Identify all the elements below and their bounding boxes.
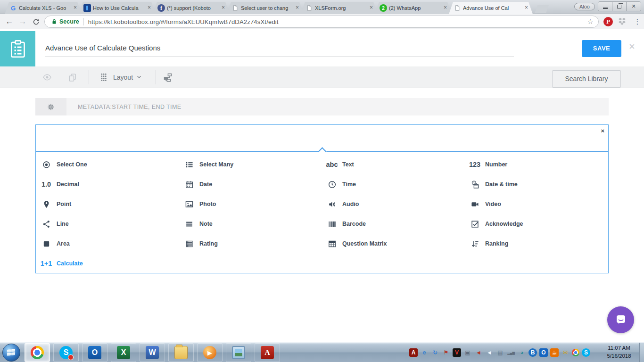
- question-type-barcode[interactable]: Barcode: [322, 214, 464, 234]
- tab-close-icon[interactable]: ×: [368, 5, 375, 12]
- save-button[interactable]: SAVE: [582, 40, 621, 57]
- dropbox-extension-icon[interactable]: [618, 17, 627, 27]
- chrome-menu-icon[interactable]: ⋮: [633, 14, 642, 29]
- url-text[interactable]: https://kf.kobotoolbox.org/#/forms/aXEUU…: [88, 18, 279, 25]
- question-type-time[interactable]: Time: [322, 174, 464, 194]
- skype-taskbar-button[interactable]: S: [53, 343, 79, 362]
- back-button[interactable]: ←: [3, 14, 16, 29]
- preview-button[interactable]: [40, 66, 55, 88]
- new-tab-button[interactable]: [535, 5, 549, 13]
- tab-title: Select user to chang: [241, 5, 292, 11]
- question-type-rating[interactable]: Rating: [179, 234, 322, 254]
- action-center-flag-icon[interactable]: ⚑: [442, 348, 450, 357]
- minimize-icon: [603, 8, 608, 9]
- question-type-text[interactable]: abcText: [322, 155, 464, 174]
- mail-icon[interactable]: ✉: [561, 348, 570, 357]
- browser-tab[interactable]: Advance Use of Cal×: [449, 2, 533, 14]
- outlook-taskbar-button[interactable]: O: [82, 343, 107, 362]
- layout-dropdown[interactable]: Layout: [113, 66, 142, 88]
- skype-icon: S: [59, 346, 73, 359]
- volume-muted-icon[interactable]: ◄: [474, 348, 483, 357]
- duplicate-button[interactable]: [65, 66, 80, 88]
- question-type-select-one[interactable]: Select One: [36, 155, 179, 174]
- tab-close-icon[interactable]: ×: [442, 5, 449, 12]
- group-questions-button[interactable]: [160, 66, 175, 88]
- minimize-button[interactable]: [598, 2, 612, 11]
- java-icon[interactable]: ☕: [550, 348, 559, 357]
- reload-button[interactable]: [29, 14, 42, 29]
- address-bar[interactable]: Secure https://kf.kobotoolbox.org/#/form…: [44, 16, 599, 28]
- question-type-area[interactable]: Area: [36, 234, 179, 254]
- search-library-button[interactable]: Search Library: [552, 70, 621, 88]
- tab-close-icon[interactable]: ×: [523, 5, 530, 12]
- builder-close-icon[interactable]: ×: [629, 41, 635, 52]
- restore-button[interactable]: [612, 2, 627, 11]
- question-type-audio[interactable]: Audio: [322, 194, 464, 214]
- outlook-tray-icon[interactable]: O: [539, 348, 548, 357]
- browser-tab[interactable]: 2(2) WhatsApp×: [375, 2, 452, 14]
- browser-tab[interactable]: f(*) support (Koboto×: [153, 2, 230, 14]
- question-type-date[interactable]: Date: [179, 174, 322, 194]
- browser-tab[interactable]: XLSForm.org×: [301, 2, 378, 14]
- question-type-number[interactable]: 123Number: [464, 155, 607, 174]
- photo-viewer-taskbar-button[interactable]: [226, 343, 251, 362]
- internet-explorer-icon[interactable]: e: [420, 348, 429, 357]
- pinterest-extension-icon[interactable]: P: [603, 17, 613, 26]
- panel-close-icon[interactable]: ×: [601, 128, 604, 134]
- taskbar-clock[interactable]: 11:07 AM 5/16/2018: [600, 344, 638, 360]
- layout-grid-button[interactable]: [96, 66, 111, 88]
- question-type-photo[interactable]: Photo: [179, 194, 322, 214]
- tab-close-icon[interactable]: ×: [294, 5, 301, 12]
- internet-access-icon[interactable]: ◕: [518, 348, 526, 357]
- chrome-taskbar-button[interactable]: [25, 343, 50, 362]
- forward-button[interactable]: →: [16, 14, 29, 29]
- safely-remove-icon[interactable]: ▣: [463, 348, 472, 357]
- skype-tray-icon[interactable]: S: [582, 348, 590, 357]
- question-type-label: Text: [342, 161, 354, 168]
- bookmark-star-icon[interactable]: ☆: [587, 17, 594, 26]
- tab-close-icon[interactable]: ×: [220, 5, 227, 12]
- question-type-point[interactable]: Point: [36, 194, 179, 214]
- tab-close-icon[interactable]: ×: [146, 5, 153, 12]
- start-button[interactable]: [2, 344, 20, 362]
- question-type-label: Date & time: [485, 181, 518, 188]
- question-type-question-matrix[interactable]: Question Matrix: [322, 234, 464, 254]
- question-type-acknowledge[interactable]: Acknowledge: [464, 214, 607, 234]
- metadata-settings-button[interactable]: [35, 98, 66, 115]
- question-type-decimal[interactable]: 1.0Decimal: [36, 174, 179, 194]
- media-player-taskbar-button[interactable]: ▶: [197, 343, 223, 362]
- acrobat-taskbar-button[interactable]: A: [255, 343, 280, 362]
- form-title-input[interactable]: Advance Use of Calculate Questions: [45, 44, 514, 52]
- acrobat-tray-icon[interactable]: A: [409, 348, 418, 357]
- question-type-date-time[interactable]: Date & time: [464, 174, 607, 194]
- antivirus-icon[interactable]: V: [453, 348, 461, 357]
- explorer-taskbar-button[interactable]: [168, 343, 194, 362]
- intercom-launcher[interactable]: [607, 306, 634, 333]
- question-type-select-many[interactable]: Select Many: [179, 155, 322, 174]
- volume-icon[interactable]: ◄: [485, 348, 494, 357]
- network-icon[interactable]: ▂▄▆: [507, 348, 515, 357]
- browser-tab[interactable]: How to Use Calcula×: [79, 2, 156, 14]
- excel-taskbar-button[interactable]: X: [111, 343, 136, 362]
- number-icon: 123: [464, 161, 485, 168]
- question-type-line[interactable]: Line: [36, 214, 179, 234]
- close-window-button[interactable]: ✕: [627, 2, 641, 11]
- question-type-calculate[interactable]: 1+1Calculate: [36, 254, 179, 273]
- question-type-label: Area: [57, 240, 70, 247]
- chrome-tray-icon[interactable]: [572, 349, 579, 356]
- question-type-label: Select Many: [199, 161, 233, 168]
- question-type-ranking[interactable]: Ranking: [464, 234, 607, 254]
- word-icon: W: [146, 346, 159, 359]
- browser-tab[interactable]: Select user to chang×: [227, 2, 304, 14]
- tab-close-icon[interactable]: ×: [72, 5, 79, 12]
- word-taskbar-button[interactable]: W: [140, 343, 165, 362]
- question-type-video[interactable]: Video: [464, 194, 607, 214]
- bluetooth-icon[interactable]: B: [528, 348, 537, 357]
- metadata-row[interactable]: METADATA:START TIME, END TIME: [35, 98, 609, 115]
- browser-tab[interactable]: GCalculate XLS - Goo×: [5, 2, 82, 14]
- updates-icon[interactable]: ▤: [496, 348, 504, 357]
- show-desktop-button[interactable]: [639, 343, 644, 362]
- question-type-note[interactable]: Note: [179, 214, 322, 234]
- sync-icon[interactable]: ↻: [431, 348, 439, 357]
- chrome-profile-button[interactable]: Aloo: [574, 3, 595, 10]
